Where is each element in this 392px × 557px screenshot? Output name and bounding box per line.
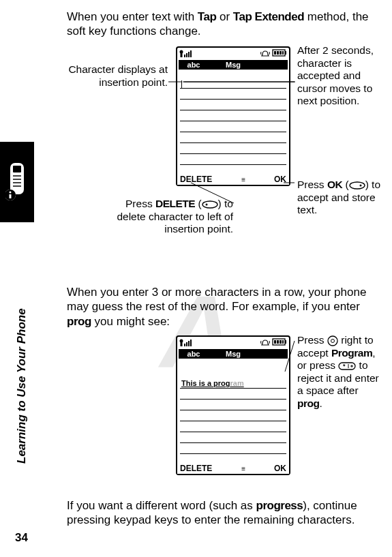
ok-softkey: OK: [274, 175, 286, 184]
input-mode-indicator: abc: [180, 60, 207, 70]
text-line: [180, 110, 286, 121]
svg-point-11: [180, 50, 183, 54]
svg-rect-32: [277, 340, 279, 344]
svg-rect-1: [13, 166, 21, 172]
cursor-icon: [181, 80, 182, 88]
svg-rect-16: [190, 50, 192, 57]
text-area: [180, 78, 286, 172]
svg-rect-30: [285, 340, 286, 344]
svg-rect-15: [188, 52, 190, 57]
signal-icon: [179, 49, 196, 59]
section-title: Learning to Use Your Phone: [15, 308, 29, 464]
callout-press-delete: Press DELETE () to delete character to l…: [101, 198, 233, 236]
text-line: [180, 410, 286, 421]
text-line: [180, 400, 286, 410]
text-line: [180, 432, 286, 443]
text-line: [180, 443, 286, 454]
text-line: [180, 143, 286, 154]
svg-rect-34: [282, 340, 284, 344]
nav-key-icon: [327, 335, 338, 346]
softkey-bar: DELETE ≡ OK: [177, 174, 289, 185]
svg-rect-12: [181, 53, 183, 57]
text-line: [180, 78, 286, 89]
svg-point-38: [205, 203, 207, 205]
svg-rect-14: [186, 53, 187, 57]
callout-press-ok: Press OK () to accept and store text.: [297, 179, 386, 217]
callout-after-2-seconds: After 2 seconds, character is accepted a…: [297, 44, 386, 108]
svg-text:*: *: [343, 363, 346, 370]
text-area: This is a program: [180, 367, 286, 462]
svg-point-40: [331, 339, 334, 342]
text-line: [180, 389, 286, 400]
delete-softkey: DELETE: [180, 464, 212, 473]
side-tab: [0, 142, 34, 222]
text-line: [180, 100, 286, 110]
callout-insertion-point: Character displays at insertion point.: [63, 63, 168, 89]
svg-point-9: [10, 192, 12, 194]
svg-rect-22: [282, 51, 284, 55]
callout-press-right: Press right to accept Program, or press …: [297, 334, 379, 410]
text-line: [180, 421, 286, 432]
paragraph-1: When you enter text with Tap or Tap Exte…: [67, 10, 379, 39]
signal-icon: [179, 338, 196, 348]
right-softkey-icon: [349, 181, 365, 190]
svg-point-36: [359, 184, 361, 186]
vibrate-icon: [260, 338, 270, 346]
svg-rect-21: [280, 51, 282, 55]
svg-rect-25: [184, 344, 185, 346]
text-line: [180, 132, 286, 143]
svg-point-35: [350, 182, 365, 189]
phone-info-icon: [5, 162, 29, 203]
text-line: [180, 154, 286, 165]
svg-rect-13: [184, 55, 185, 57]
menu-icon: ≡: [241, 176, 245, 183]
page-number: 34: [15, 531, 28, 545]
text-line: [180, 121, 286, 132]
svg-rect-27: [188, 341, 190, 346]
paragraph-2: When you enter 3 or more characters in a…: [67, 285, 378, 329]
delete-softkey: DELETE: [180, 175, 212, 184]
svg-point-37: [202, 201, 217, 208]
svg-rect-20: [277, 51, 279, 55]
svg-rect-28: [190, 340, 192, 346]
star-key-icon: *: [338, 362, 356, 370]
ok-softkey: OK: [274, 464, 286, 473]
text-line: [180, 89, 286, 100]
battery-icon: [272, 49, 287, 57]
left-softkey-icon: [202, 200, 218, 209]
svg-rect-10: [10, 194, 12, 198]
text-line: [180, 367, 286, 378]
menu-icon: ≡: [241, 465, 245, 472]
svg-rect-26: [186, 342, 187, 346]
paragraph-3: If you want a different word (such as pr…: [67, 498, 378, 528]
input-mode-indicator: abc: [180, 349, 207, 359]
svg-rect-18: [285, 51, 286, 55]
svg-rect-24: [181, 342, 183, 346]
softkey-bar: DELETE ≡ OK: [177, 463, 289, 474]
phone-screen-2: Msg abc This is a program DELETE ≡ OK: [176, 335, 290, 475]
battery-icon: [272, 338, 287, 346]
svg-rect-33: [280, 340, 282, 344]
svg-rect-19: [274, 51, 276, 55]
text-line: This is a program: [180, 378, 286, 389]
svg-point-23: [180, 340, 183, 343]
svg-rect-31: [274, 340, 276, 344]
svg-point-39: [328, 336, 337, 346]
phone-screen-1: Msg abc DELETE ≡ OK: [176, 46, 290, 186]
vibrate-icon: [260, 49, 270, 57]
